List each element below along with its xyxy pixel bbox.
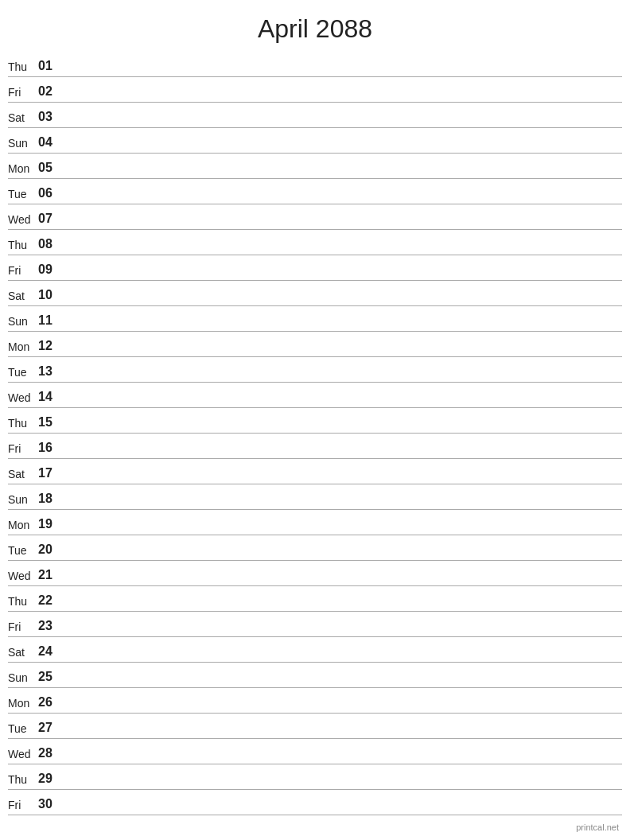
day-row: Mon26 (8, 688, 622, 714)
day-name: Sat (8, 111, 38, 126)
day-line (62, 710, 622, 711)
day-line (62, 150, 622, 151)
day-row: Fri23 (8, 612, 622, 637)
day-name: Sat (8, 646, 38, 660)
day-row: Sat10 (8, 281, 622, 306)
day-number: 25 (38, 670, 62, 686)
day-row: Thu15 (8, 408, 622, 434)
day-number: 06 (38, 186, 62, 202)
day-row: Wed14 (8, 383, 622, 408)
day-name: Wed (8, 570, 38, 584)
day-row: Mon12 (8, 332, 622, 357)
day-line (62, 430, 622, 431)
day-name: Sat (8, 468, 38, 482)
day-name: Tue (8, 544, 38, 558)
day-number: 26 (38, 695, 62, 711)
day-row: Thu29 (8, 764, 622, 790)
day-number: 30 (38, 797, 62, 813)
day-row: Thu08 (8, 230, 622, 255)
day-name: Fri (8, 799, 38, 813)
day-row: Tue20 (8, 535, 622, 561)
day-line (62, 659, 622, 660)
day-number: 17 (38, 466, 62, 482)
day-name: Sun (8, 493, 38, 508)
day-number: 08 (38, 237, 62, 253)
day-row: Sat03 (8, 103, 622, 128)
day-name: Sun (8, 671, 38, 686)
day-name: Wed (8, 748, 38, 762)
day-line (62, 634, 622, 635)
day-name: Mon (8, 340, 38, 355)
day-number: 28 (38, 746, 62, 762)
day-line (62, 227, 622, 228)
day-row: Sun04 (8, 128, 622, 154)
day-line (62, 558, 622, 558)
day-line (62, 736, 622, 737)
day-row: Sun11 (8, 306, 622, 332)
day-number: 18 (38, 492, 62, 508)
day-name: Mon (8, 697, 38, 711)
day-row: Wed21 (8, 561, 622, 586)
day-line (62, 481, 622, 482)
day-number: 20 (38, 542, 62, 558)
day-number: 07 (38, 212, 62, 228)
day-number: 10 (38, 288, 62, 304)
day-line (62, 354, 622, 355)
day-line (62, 176, 622, 177)
day-name: Fri (8, 86, 38, 100)
day-name: Tue (8, 722, 38, 737)
day-name: Thu (8, 239, 38, 253)
day-row: Sat24 (8, 637, 622, 663)
footer-text: printcal.net (576, 822, 619, 832)
day-row: Tue13 (8, 357, 622, 383)
day-name: Fri (8, 620, 38, 635)
day-line (62, 252, 622, 253)
day-line (62, 761, 622, 762)
day-line (62, 456, 622, 457)
day-number: 16 (38, 441, 62, 457)
day-number: 19 (38, 517, 62, 533)
day-row: Fri16 (8, 434, 622, 459)
day-name: Thu (8, 417, 38, 431)
day-row: Sun25 (8, 663, 622, 688)
day-number: 22 (38, 593, 62, 609)
day-number: 12 (38, 339, 62, 355)
day-number: 13 (38, 364, 62, 380)
day-line (62, 303, 622, 304)
day-row: Fri02 (8, 77, 622, 103)
day-number: 05 (38, 161, 62, 177)
day-number: 09 (38, 262, 62, 278)
day-line (62, 329, 622, 329)
day-name: Fri (8, 264, 38, 278)
day-number: 03 (38, 110, 62, 126)
day-number: 27 (38, 721, 62, 737)
day-row: Fri09 (8, 255, 622, 281)
day-line (62, 532, 622, 533)
day-number: 02 (38, 84, 62, 100)
day-number: 14 (38, 390, 62, 406)
day-name: Wed (8, 213, 38, 228)
day-name: Wed (8, 391, 38, 406)
day-name: Sun (8, 315, 38, 329)
day-line (62, 405, 622, 406)
day-number: 01 (38, 59, 62, 75)
day-row: Thu01 (8, 52, 622, 77)
day-line (62, 812, 622, 813)
day-line (62, 685, 622, 686)
day-line (62, 609, 622, 609)
day-row: Wed07 (8, 204, 622, 230)
day-row: Fri30 (8, 790, 622, 815)
day-row: Mon05 (8, 154, 622, 179)
day-number: 29 (38, 772, 62, 788)
page-title: April 2088 (0, 0, 630, 52)
day-name: Mon (8, 162, 38, 177)
day-name: Fri (8, 442, 38, 457)
day-line (62, 74, 622, 75)
day-name: Thu (8, 773, 38, 788)
day-number: 11 (38, 313, 62, 329)
day-line (62, 278, 622, 278)
day-row: Thu22 (8, 586, 622, 612)
day-number: 23 (38, 619, 62, 635)
day-row: Wed28 (8, 739, 622, 764)
day-line (62, 201, 622, 202)
